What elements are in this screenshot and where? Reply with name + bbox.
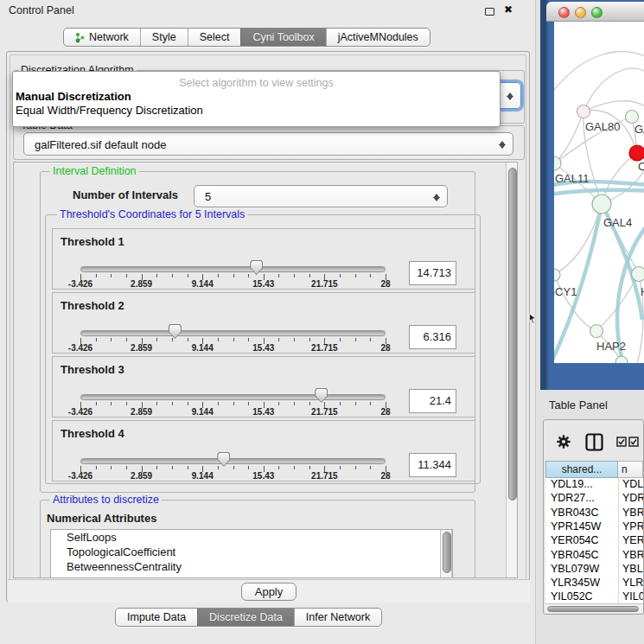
zoom-traffic-light-icon[interactable] — [591, 7, 603, 18]
attributes-list-scrollbar[interactable] — [440, 530, 452, 578]
slider-track[interactable] — [80, 266, 386, 272]
network-node[interactable] — [554, 269, 560, 281]
tab-impute-data[interactable]: Impute Data — [116, 609, 197, 626]
threshold-panel-4: Threshold 4-3.4262.8599.14415.4321.71528… — [52, 420, 475, 481]
tab-label: Infer Network — [306, 609, 370, 627]
table-data-combobox[interactable]: galFiltered.sif default node — [23, 132, 513, 156]
cell-name: YIL0 — [622, 590, 643, 603]
table-row[interactable]: YIL052CYIL0 — [545, 590, 643, 603]
table-row[interactable]: YBR045CYBR0 — [545, 549, 643, 563]
apply-button[interactable]: Apply — [241, 583, 296, 601]
threshold-value-field[interactable]: 14.713 — [409, 261, 456, 285]
tab-label: Cyni Toolbox — [252, 29, 314, 47]
slider-tick — [370, 338, 371, 341]
number-of-intervals-combobox[interactable]: 5 — [194, 185, 448, 207]
slider-tick — [188, 274, 188, 277]
tab-jactivemnodules[interactable]: jActiveMNodules — [326, 29, 430, 46]
network-canvas[interactable]: GAL80GACGAL11GAL4GCY1HHAP2 — [554, 22, 644, 363]
network-node[interactable] — [577, 105, 590, 118]
node-label-ga: GA — [634, 123, 644, 136]
tab-discretize-data[interactable]: Discretize Data — [197, 609, 294, 626]
checkbox-checked-icon[interactable] — [628, 437, 639, 447]
network-node[interactable] — [629, 145, 644, 161]
attribute-item-betweennesscentrality[interactable]: BetweennessCentrality — [51, 559, 452, 574]
slider-tick — [340, 402, 341, 405]
table-row[interactable]: YBR043CYBR0 — [545, 507, 643, 520]
checkbox-checked-icon[interactable] — [616, 437, 627, 447]
table-row[interactable]: YPR145WYPR1 — [545, 520, 643, 534]
window-close-icon[interactable]: ✖ — [504, 3, 513, 16]
slider-tick — [156, 402, 157, 405]
algorithm-placeholder-option[interactable]: Select algorithm to view settings — [13, 77, 500, 89]
gear-icon[interactable] — [556, 434, 571, 450]
apply-row: Apply — [8, 579, 530, 603]
table-row[interactable]: YBL079WYBL0 — [545, 563, 643, 577]
table-row[interactable]: YDL19...YDL1 — [545, 478, 643, 492]
attributes-scrollbar-thumb[interactable] — [443, 532, 451, 573]
number-of-intervals-value: 5 — [205, 190, 211, 203]
network-node[interactable] — [632, 267, 644, 282]
slider-track[interactable] — [80, 330, 386, 336]
cell-shared-name: YBR045C — [551, 549, 599, 561]
slider-tick-label: 28 — [365, 471, 406, 481]
slider-thumb[interactable] — [169, 324, 182, 339]
slider-tick — [340, 466, 341, 469]
attribute-item-topologicalcoefficient[interactable]: TopologicalCoefficient — [51, 545, 452, 559]
table-horizontal-scrollbar[interactable] — [545, 603, 643, 613]
settings-scrollbar-thumb[interactable] — [508, 168, 517, 501]
network-node[interactable] — [615, 356, 628, 363]
algorithm-option-manual-discretization[interactable]: Manual Discretization — [16, 90, 131, 103]
columns-icon[interactable] — [585, 433, 603, 451]
tab-cyni-toolbox[interactable]: Cyni Toolbox — [240, 29, 325, 46]
attribute-item-selfloops[interactable]: SelfLoops — [51, 530, 452, 545]
cyni-toolbox-panel: Discretization Algorithm Select algorith… — [6, 51, 530, 603]
slider-tick — [248, 274, 249, 277]
slider-tick-label: 9.144 — [182, 407, 223, 417]
slider-tick-label: 21.715 — [303, 407, 345, 417]
cell-shared-name: YER054C — [551, 534, 599, 546]
slider-track[interactable] — [80, 394, 386, 400]
slider-tick-label: 15.43 — [243, 407, 284, 417]
network-node[interactable] — [626, 111, 639, 124]
tab-select[interactable]: Select — [188, 29, 241, 46]
settings-vertical-scrollbar[interactable] — [506, 163, 518, 578]
combo-arrows-icon — [499, 138, 506, 150]
tab-network[interactable]: Network — [64, 29, 140, 46]
slider-thumb[interactable] — [217, 452, 230, 467]
tab-label: Impute Data — [127, 609, 186, 627]
threshold-value-field[interactable]: 11.344 — [409, 453, 456, 477]
network-edge — [554, 52, 644, 99]
cell-name: YER0 — [622, 534, 643, 546]
column-header-name[interactable]: n — [618, 461, 643, 478]
table-row[interactable]: YLR345WYLR3 — [545, 577, 643, 590]
threshold-value-field[interactable]: 6.316 — [409, 325, 456, 349]
tab-infer-network[interactable]: Infer Network — [294, 609, 381, 626]
threshold-label: Threshold 2 — [61, 299, 124, 312]
slider-track[interactable] — [80, 458, 386, 464]
table-row[interactable]: YER054CYER0 — [545, 534, 643, 548]
cell-shared-name: YLR345W — [551, 577, 600, 589]
threshold-value-field[interactable]: 21.4 — [409, 389, 456, 413]
algorithm-option-equal-width-frequency-discretization[interactable]: Equal Width/Frequency Discretization — [16, 104, 203, 117]
close-traffic-light-icon[interactable] — [558, 7, 570, 18]
node-label-h: H — [641, 285, 644, 298]
window-float-icon[interactable] — [485, 8, 494, 16]
node-label-gal80: GAL80 — [585, 120, 620, 133]
network-node[interactable] — [592, 194, 611, 214]
network-window-titlebar[interactable] — [546, 2, 644, 22]
table-hscrollbar-thumb[interactable] — [547, 606, 639, 612]
slider-tick-label: 9.144 — [182, 343, 223, 353]
network-edge — [554, 112, 583, 163]
minimize-traffic-light-icon[interactable] — [575, 7, 586, 18]
threshold-label: Threshold 3 — [61, 363, 124, 376]
table-data-selected-value: galFiltered.sif default node — [35, 137, 166, 150]
network-node[interactable] — [590, 325, 603, 338]
table-row[interactable]: YDR27...YDR2 — [545, 492, 643, 506]
tab-style[interactable]: Style — [140, 29, 188, 46]
bottom-tab-bar: Impute DataDiscretize DataInfer Network — [115, 608, 382, 627]
slider-thumb[interactable] — [315, 388, 328, 403]
slider-tick — [111, 338, 112, 341]
slider-tick-label: 21.715 — [303, 343, 345, 353]
slider-thumb[interactable] — [250, 260, 263, 275]
column-header-shared-name[interactable]: shared... — [545, 461, 618, 478]
